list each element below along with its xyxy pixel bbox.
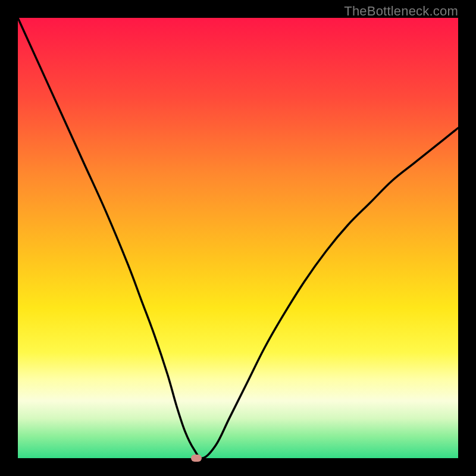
plot-area [18, 18, 458, 458]
optimal-point-marker [191, 455, 202, 462]
bottleneck-curve [18, 18, 458, 458]
watermark-text: TheBottleneck.com [344, 4, 458, 19]
chart-frame: TheBottleneck.com [0, 0, 476, 476]
curve-path [18, 18, 458, 458]
